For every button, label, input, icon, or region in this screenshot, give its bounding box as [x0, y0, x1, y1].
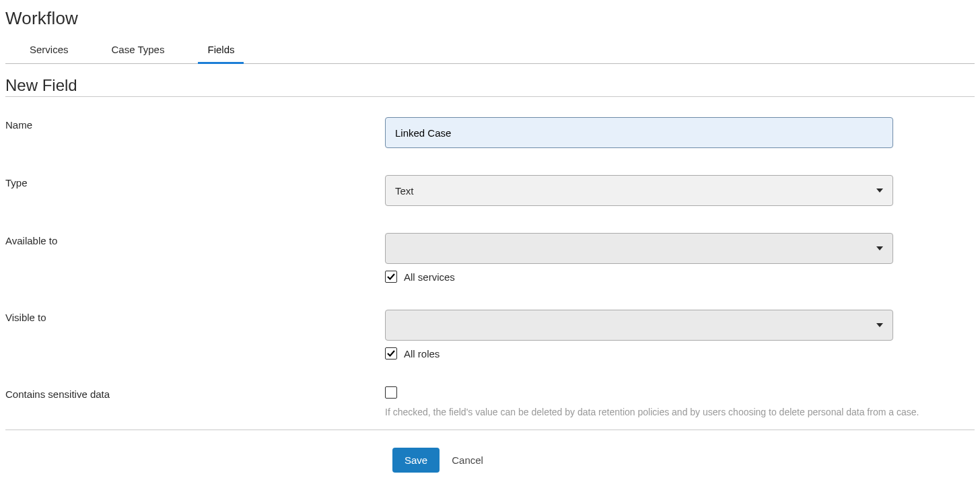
all-services-option[interactable]: All services: [385, 271, 975, 283]
all-roles-option[interactable]: All roles: [385, 347, 975, 359]
actions: Save Cancel: [5, 448, 975, 473]
available-to-select[interactable]: [385, 233, 893, 264]
save-button[interactable]: Save: [392, 448, 440, 473]
row-name: Name: [5, 117, 975, 148]
label-available-to: Available to: [5, 233, 385, 246]
type-select-value: Text: [395, 185, 414, 197]
label-sensitive: Contains sensitive data: [5, 386, 385, 400]
chevron-down-icon: [876, 246, 883, 250]
tab-services[interactable]: Services: [20, 37, 78, 64]
name-input[interactable]: [385, 117, 893, 148]
section-title: New Field: [5, 76, 975, 97]
label-name: Name: [5, 117, 385, 131]
check-icon: [387, 349, 395, 357]
cancel-button[interactable]: Cancel: [452, 454, 483, 466]
all-roles-checkbox[interactable]: [385, 347, 397, 359]
check-icon: [387, 273, 395, 281]
tab-fields[interactable]: Fields: [198, 37, 244, 64]
label-type: Type: [5, 175, 385, 188]
sensitive-help: If checked, the field's value can be del…: [385, 407, 975, 417]
row-available-to: Available to All services: [5, 233, 975, 283]
label-visible-to: Visible to: [5, 310, 385, 323]
tab-case-types[interactable]: Case Types: [102, 37, 174, 64]
type-select[interactable]: Text: [385, 175, 893, 206]
row-type: Type Text: [5, 175, 975, 206]
chevron-down-icon: [876, 188, 883, 193]
all-services-label: All services: [404, 271, 455, 283]
tabs: Services Case Types Fields: [5, 37, 975, 64]
row-visible-to: Visible to All roles: [5, 310, 975, 359]
divider: [5, 430, 975, 430]
visible-to-select[interactable]: [385, 310, 893, 341]
chevron-down-icon: [876, 323, 883, 327]
page-title: Workflow: [5, 8, 975, 29]
all-services-checkbox[interactable]: [385, 271, 397, 283]
sensitive-checkbox[interactable]: [385, 386, 397, 399]
row-sensitive: Contains sensitive data If checked, the …: [5, 386, 975, 417]
all-roles-label: All roles: [404, 348, 440, 359]
